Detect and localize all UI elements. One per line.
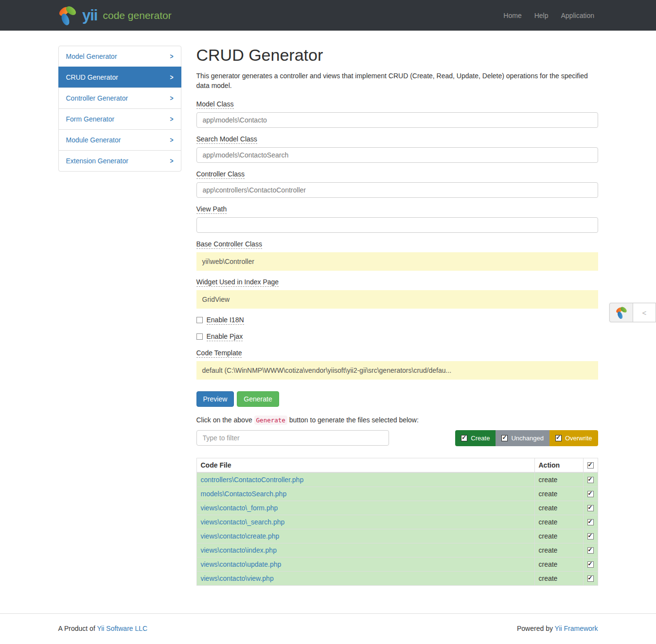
sidebar-item-module-generator[interactable]: Module Generator > bbox=[58, 129, 181, 151]
file-link[interactable]: controllers\ContactoController.php bbox=[201, 476, 304, 484]
action-cell: create bbox=[534, 571, 583, 585]
nav-link-help[interactable]: Help bbox=[528, 12, 555, 19]
filter-chip-label: Create bbox=[471, 435, 490, 442]
sidebar-item-controller-generator[interactable]: Controller Generator > bbox=[58, 87, 181, 109]
model-class-label: Model Class bbox=[196, 100, 234, 109]
dock-yii-logo-button[interactable] bbox=[609, 303, 633, 322]
row-checkbox[interactable] bbox=[587, 491, 594, 497]
sidebar-item-label: Module Generator bbox=[66, 136, 121, 144]
code-template-select[interactable]: default (C:\WinNMP\WWW\cotiza\vendor\yii… bbox=[196, 361, 598, 380]
filter-chip-create[interactable]: Create bbox=[455, 430, 496, 446]
base-controller-class-sticky-field[interactable]: yii\web\Controller bbox=[196, 252, 598, 271]
sidebar-item-crud-generator[interactable]: CRUD Generator > bbox=[58, 67, 181, 88]
sidebar-item-label: Extension Generator bbox=[66, 157, 128, 165]
yii-software-link[interactable]: Yii Software LLC bbox=[97, 625, 147, 632]
checkbox-icon[interactable] bbox=[461, 435, 467, 441]
page-title: CRUD Generator bbox=[196, 46, 598, 65]
note-prefix: Click on the above bbox=[196, 416, 254, 424]
row-checkbox[interactable] bbox=[587, 519, 594, 525]
table-row: models\ContactoSearch.php create bbox=[196, 487, 598, 501]
filter-chip-unchanged[interactable]: Unchanged bbox=[496, 430, 550, 446]
row-checkbox[interactable] bbox=[587, 547, 594, 554]
base-controller-class-label: Base Controller Class bbox=[196, 240, 262, 249]
checkbox-icon[interactable] bbox=[196, 333, 203, 340]
table-row: controllers\ContactoController.php creat… bbox=[196, 472, 598, 487]
sidebar-item-extension-generator[interactable]: Extension Generator > bbox=[58, 150, 181, 172]
chevron-right-icon: > bbox=[170, 52, 173, 61]
file-link[interactable]: models\ContactoSearch.php bbox=[201, 490, 287, 498]
yii-framework-link[interactable]: Yii Framework bbox=[555, 625, 598, 632]
file-link[interactable]: views\contacto\_form.php bbox=[201, 504, 278, 512]
note-code-chip: Generate bbox=[254, 416, 287, 425]
checkbox-icon[interactable] bbox=[196, 317, 203, 323]
checkbox-icon[interactable] bbox=[501, 435, 508, 441]
action-cell: create bbox=[534, 472, 583, 487]
chevron-left-icon: < bbox=[642, 309, 647, 317]
note-suffix: button to generate the files selected be… bbox=[287, 416, 419, 424]
search-model-class-label: Search Model Class bbox=[196, 135, 257, 144]
sidebar-item-label: Model Generator bbox=[66, 52, 117, 60]
generator-sidebar: Model Generator > CRUD Generator > Contr… bbox=[58, 46, 181, 172]
file-link[interactable]: views\contacto\update.php bbox=[201, 560, 282, 568]
brand-home-link[interactable]: yii code generator bbox=[57, 4, 172, 27]
file-filter-input[interactable] bbox=[196, 430, 389, 446]
gii-mini-dock: < bbox=[609, 303, 656, 322]
chevron-right-icon: > bbox=[170, 94, 173, 103]
dock-collapse-button[interactable]: < bbox=[633, 303, 656, 322]
page-description: This generator generates a controller an… bbox=[196, 71, 598, 91]
view-path-input[interactable] bbox=[196, 217, 598, 233]
table-row: views\contacto\index.php create bbox=[196, 543, 598, 557]
file-link[interactable]: views\contacto\create.php bbox=[201, 532, 280, 540]
table-row: views\contacto\view.php create bbox=[196, 571, 598, 585]
file-link[interactable]: views\contacto\index.php bbox=[201, 546, 277, 554]
chevron-right-icon: > bbox=[170, 157, 173, 165]
view-path-label: View Path bbox=[196, 205, 227, 214]
sidebar-item-label: Form Generator bbox=[66, 115, 115, 123]
yii-logo-icon bbox=[57, 4, 78, 27]
table-row: views\contacto\create.php create bbox=[196, 529, 598, 543]
sidebar-item-label: Controller Generator bbox=[66, 94, 128, 102]
sidebar-item-label: CRUD Generator bbox=[66, 73, 118, 81]
controller-class-input[interactable] bbox=[196, 182, 598, 198]
code-template-label: Code Template bbox=[196, 349, 242, 358]
row-checkbox[interactable] bbox=[587, 575, 594, 582]
enable-i18n-label: Enable I18N bbox=[207, 316, 244, 325]
action-cell: create bbox=[534, 501, 583, 515]
action-header: Action bbox=[534, 458, 583, 472]
nav-link-application[interactable]: Application bbox=[555, 12, 595, 19]
controller-class-label: Controller Class bbox=[196, 170, 245, 179]
enable-i18n-checkbox[interactable]: Enable I18N bbox=[196, 316, 598, 325]
search-model-class-input[interactable] bbox=[196, 147, 598, 163]
row-checkbox[interactable] bbox=[587, 505, 594, 511]
brand-suffix-text: code generator bbox=[103, 10, 171, 21]
model-class-input[interactable] bbox=[196, 112, 598, 128]
row-checkbox[interactable] bbox=[587, 477, 594, 483]
generate-button[interactable]: Generate bbox=[237, 391, 279, 407]
action-cell: create bbox=[534, 557, 583, 571]
generate-note: Click on the above Generate button to ge… bbox=[196, 416, 598, 424]
chevron-right-icon: > bbox=[170, 115, 173, 123]
table-row: views\contacto\_form.php create bbox=[196, 501, 598, 515]
widget-index-label: Widget Used in Index Page bbox=[196, 278, 279, 287]
chevron-right-icon: > bbox=[170, 136, 173, 144]
file-link[interactable]: views\contacto\_search.php bbox=[201, 518, 285, 526]
action-cell: create bbox=[534, 515, 583, 529]
main-content: CRUD Generator This generator generates … bbox=[196, 46, 598, 586]
filter-chip-overwrite[interactable]: Overwrite bbox=[550, 430, 598, 446]
nav-link-home[interactable]: Home bbox=[497, 12, 528, 19]
select-all-checkbox[interactable] bbox=[587, 462, 594, 469]
sidebar-item-form-generator[interactable]: Form Generator > bbox=[58, 108, 181, 130]
enable-pjax-checkbox[interactable]: Enable Pjax bbox=[196, 332, 598, 341]
checkbox-icon[interactable] bbox=[555, 435, 562, 441]
footer: A Product of Yii Software LLC Powered by… bbox=[0, 613, 656, 643]
enable-pjax-label: Enable Pjax bbox=[207, 332, 243, 341]
footer-left: A Product of Yii Software LLC bbox=[58, 625, 148, 632]
row-checkbox[interactable] bbox=[587, 561, 594, 568]
file-link[interactable]: views\contacto\view.php bbox=[201, 574, 274, 582]
preview-button[interactable]: Preview bbox=[196, 391, 234, 407]
table-row: views\contacto\_search.php create bbox=[196, 515, 598, 529]
filter-chip-label: Unchanged bbox=[511, 435, 544, 442]
row-checkbox[interactable] bbox=[587, 533, 594, 540]
widget-index-sticky-field[interactable]: GridView bbox=[196, 290, 598, 309]
sidebar-item-model-generator[interactable]: Model Generator > bbox=[58, 46, 181, 67]
